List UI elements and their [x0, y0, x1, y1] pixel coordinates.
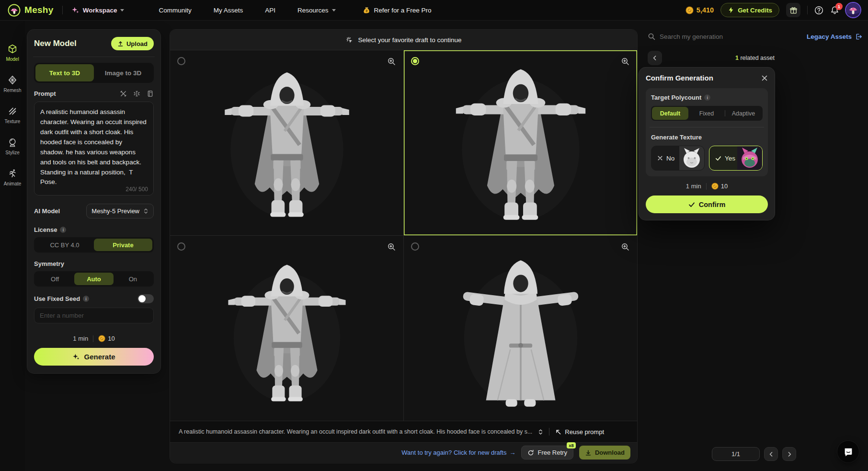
rail-item-texture[interactable]: Texture	[5, 106, 21, 124]
workspace-menu[interactable]: Workspace	[71, 6, 125, 14]
top-navbar: Meshy Workspace Community My Assets API …	[0, 0, 868, 21]
legacy-assets-link[interactable]: Legacy Assets	[807, 33, 862, 40]
text-cursor-icon[interactable]	[133, 90, 140, 97]
draft-3-model-preview	[215, 262, 358, 408]
info-icon[interactable]: i	[60, 227, 66, 233]
generate-button[interactable]: Generate	[34, 348, 154, 366]
confirm-generation-dialog: Confirm Generation Target Polycount i De…	[639, 68, 775, 220]
symmetry-option-auto[interactable]: Auto	[74, 273, 113, 285]
texture-option-yes[interactable]: Yes	[709, 146, 763, 171]
polycount-option-fixed[interactable]: Fixed	[688, 107, 725, 120]
prompt-tools-icon[interactable]	[120, 90, 127, 97]
rail-item-model[interactable]: Model	[6, 44, 19, 62]
meshy-logo[interactable]: Meshy	[8, 4, 54, 17]
next-page-button[interactable]	[782, 447, 796, 461]
draft-4[interactable]	[404, 236, 637, 421]
fixed-seed-toggle[interactable]	[137, 294, 154, 303]
close-icon[interactable]	[761, 75, 768, 81]
new-drafts-link[interactable]: Want to try again? Click for new drafts …	[401, 449, 515, 456]
refresh-icon	[527, 449, 534, 456]
arrow-up-left-icon	[555, 429, 561, 435]
char-counter: 240/ 500	[126, 186, 148, 193]
draft-3-radio[interactable]	[177, 242, 185, 251]
draft-1[interactable]	[170, 50, 403, 235]
symmetry-segment: Off Auto On	[34, 271, 154, 287]
tab-image-to-3d[interactable]: Image to 3D	[94, 64, 152, 81]
upload-button[interactable]: Upload	[111, 37, 154, 50]
nav-right-cluster: 5,410 Get Credits 1	[685, 3, 860, 17]
symmetry-option-on[interactable]: On	[114, 273, 152, 285]
search-input[interactable]	[660, 33, 802, 40]
zoom-in-icon[interactable]	[621, 57, 629, 66]
prompt-label: Prompt	[34, 90, 56, 97]
license-segment: CC BY 4.0 Private	[34, 237, 154, 253]
ai-model-select[interactable]: Meshy-5 Preview	[86, 204, 154, 218]
polycount-option-adaptive[interactable]: Adaptive	[725, 107, 762, 120]
support-chat-button[interactable]	[837, 441, 859, 462]
reuse-prompt-button[interactable]: Reuse prompt	[555, 428, 604, 436]
get-credits-button[interactable]: Get Credits	[720, 3, 779, 17]
nav-link-community[interactable]: Community	[159, 7, 191, 14]
draft-prompt-bar: A realistic humanoid assassin character.…	[170, 421, 637, 442]
nav-divider	[807, 6, 808, 14]
license-option-ccby[interactable]: CC BY 4.0	[35, 239, 94, 251]
draft-2-radio-selected[interactable]	[411, 57, 419, 65]
money-bag-icon	[363, 6, 371, 14]
free-retry-button[interactable]: Free Retry x8	[521, 446, 573, 460]
nav-link-api[interactable]: API	[265, 7, 275, 14]
symmetry-option-off[interactable]: Off	[35, 273, 74, 285]
page-title: New Model	[34, 39, 77, 48]
prompt-expand-toggle[interactable]	[538, 429, 543, 435]
draft-2[interactable]	[404, 50, 637, 235]
meshy-app: Meshy Workspace Community My Assets API …	[0, 0, 868, 471]
zoom-in-icon[interactable]	[387, 57, 396, 66]
chevron-down-icon	[332, 9, 336, 11]
page-indicator[interactable]: 1/1	[712, 447, 760, 461]
seed-input[interactable]	[34, 308, 154, 323]
rail-item-animate[interactable]: Animate	[4, 168, 22, 186]
info-icon[interactable]: i	[83, 296, 89, 302]
draft-3[interactable]	[170, 236, 403, 421]
help-button[interactable]	[814, 6, 823, 15]
info-icon[interactable]: i	[704, 94, 710, 101]
gift-button[interactable]	[786, 3, 800, 17]
runner-icon	[7, 168, 18, 179]
polycount-option-default[interactable]: Default	[652, 107, 688, 120]
confirm-button[interactable]: Confirm	[646, 195, 768, 213]
license-option-private[interactable]: Private	[94, 239, 152, 251]
texture-option-no[interactable]: No	[651, 146, 705, 171]
rail-item-stylize[interactable]: Stylize	[5, 137, 19, 155]
check-icon	[715, 155, 721, 161]
credit-amount: 5,410	[697, 6, 714, 14]
download-button[interactable]: Download	[579, 446, 630, 460]
zoom-in-icon[interactable]	[621, 242, 629, 251]
nav-link-my-assets[interactable]: My Assets	[214, 7, 243, 14]
x-icon	[657, 155, 663, 161]
draft-1-radio[interactable]	[177, 57, 185, 65]
prompt-textarea[interactable]: A realistic humanoid assassin character.…	[34, 102, 154, 195]
zoom-in-icon[interactable]	[387, 242, 396, 251]
avatar-image	[846, 3, 860, 17]
rail-item-remesh[interactable]: Remesh	[3, 75, 21, 93]
prev-page-button[interactable]	[764, 447, 778, 461]
chevron-down-icon	[120, 9, 124, 11]
tab-text-to-3d[interactable]: Text to 3D	[35, 64, 94, 81]
texture-label: Generate Texture	[651, 134, 702, 141]
chat-bubble-icon	[843, 447, 854, 457]
estimate-time: 1 min	[686, 183, 701, 190]
question-circle-icon	[814, 6, 823, 15]
draft-4-radio[interactable]	[411, 242, 419, 251]
sparkles-icon	[71, 6, 80, 14]
refer-link[interactable]: Refer for a Free Pro	[363, 6, 432, 14]
credit-balance[interactable]: 5,410	[685, 6, 714, 14]
nav-link-resources[interactable]: Resources	[297, 7, 336, 14]
prompt-library-icon[interactable]	[147, 90, 154, 97]
notifications-button[interactable]: 1	[830, 6, 839, 15]
draft-4-model-preview	[445, 257, 597, 413]
collapse-panel-button[interactable]	[648, 51, 662, 65]
draft-select-title: Select your favorite draft to continue	[358, 36, 461, 44]
check-icon	[688, 201, 695, 208]
user-avatar[interactable]	[846, 3, 860, 17]
mode-tabs: Text to 3D Image to 3D	[34, 63, 154, 83]
related-asset-count: 1 related asset	[735, 55, 775, 61]
